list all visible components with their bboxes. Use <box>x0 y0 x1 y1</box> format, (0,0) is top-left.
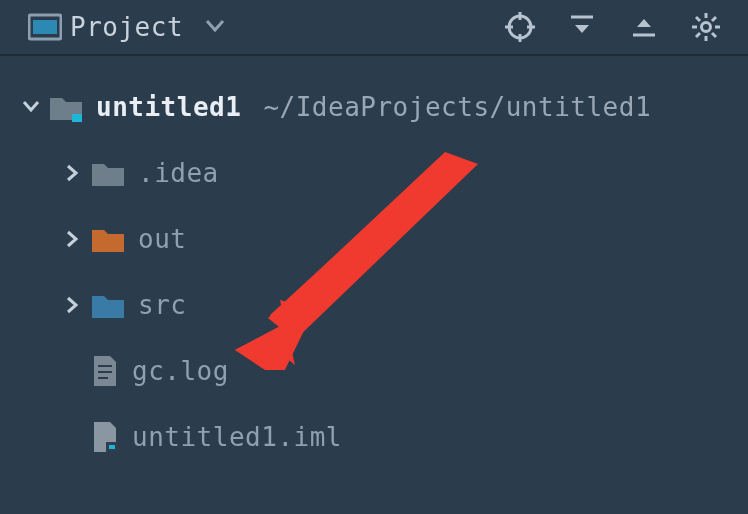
tree-item-idea[interactable]: .idea <box>0 140 748 206</box>
chevron-right-icon[interactable] <box>62 164 84 182</box>
folder-icon <box>90 158 126 188</box>
project-tool-icon <box>28 12 62 42</box>
chevron-right-icon[interactable] <box>62 296 84 314</box>
svg-rect-23 <box>109 445 115 449</box>
svg-line-17 <box>696 33 700 37</box>
folder-icon <box>90 224 126 254</box>
svg-rect-1 <box>33 20 57 34</box>
tree-item-gclog[interactable]: gc.log <box>0 338 748 404</box>
tree-root-row[interactable]: untitled1 ~/IdeaProjects/untitled1 <box>0 74 748 140</box>
settings-gear-icon[interactable] <box>682 3 730 51</box>
tree-root-name: untitled1 <box>96 92 241 122</box>
text-file-icon <box>90 354 120 388</box>
svg-line-16 <box>712 17 716 21</box>
tree-item-src[interactable]: src <box>0 272 748 338</box>
tree-item-iml[interactable]: untitled1.iml <box>0 404 748 470</box>
tree-item-label: out <box>138 224 186 254</box>
project-tree: untitled1 ~/IdeaProjects/untitled1 .idea… <box>0 56 748 470</box>
collapse-all-icon[interactable] <box>620 3 668 51</box>
tree-item-label: src <box>138 290 186 320</box>
folder-icon <box>90 290 126 320</box>
tree-root-path: ~/IdeaProjects/untitled1 <box>263 92 651 122</box>
project-toolbar: Project <box>0 0 748 56</box>
tree-item-label: gc.log <box>132 356 229 386</box>
svg-point-9 <box>702 23 711 32</box>
locate-target-icon[interactable] <box>496 3 544 51</box>
project-toolbar-title[interactable]: Project <box>70 12 183 42</box>
tree-item-label: untitled1.iml <box>132 422 342 452</box>
svg-line-15 <box>712 33 716 37</box>
project-folder-icon <box>48 92 84 122</box>
view-mode-dropdown-icon[interactable] <box>205 18 225 37</box>
tree-item-label: .idea <box>138 158 219 188</box>
tree-item-out[interactable]: out <box>0 206 748 272</box>
chevron-right-icon[interactable] <box>62 230 84 248</box>
expand-all-icon[interactable] <box>558 3 606 51</box>
chevron-down-icon[interactable] <box>20 100 42 114</box>
svg-rect-18 <box>72 114 82 122</box>
iml-file-icon <box>90 420 120 454</box>
svg-line-14 <box>696 17 700 21</box>
